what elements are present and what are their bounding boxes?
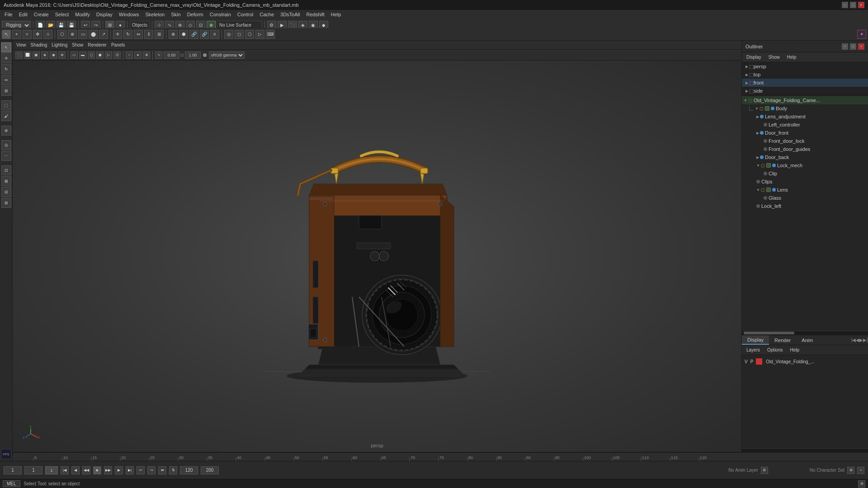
go-end-button[interactable]: ▶|: [126, 466, 134, 474]
vp-icon8[interactable]: ▬: [79, 52, 86, 59]
tree-lens-adj[interactable]: ▶ Lens_andjustment: [742, 113, 868, 121]
anim-btn[interactable]: ▷: [255, 30, 264, 39]
outliner-close[interactable]: ×: [858, 43, 864, 50]
region-select-btn[interactable]: ⬚: [1, 100, 11, 110]
tree-body[interactable]: ▼ ⬡ Body: [742, 104, 868, 113]
menu-skeleton[interactable]: Skeleton: [142, 11, 167, 18]
menu-select[interactable]: Select: [52, 11, 72, 18]
outliner-hscrollbar[interactable]: [742, 331, 868, 334]
anim-layer-settings[interactable]: ⚙: [761, 467, 768, 474]
vp-icon15[interactable]: ⊗: [143, 52, 150, 59]
frame-marker[interactable]: 1: [45, 466, 58, 474]
close-button[interactable]: ×: [858, 2, 864, 8]
scale-btn[interactable]: ⇔: [134, 30, 143, 39]
outliner-menu-help[interactable]: Help: [784, 54, 799, 61]
rig-btn[interactable]: 🔗: [189, 30, 198, 39]
node-btn[interactable]: ⬡: [245, 30, 254, 39]
mel-tab[interactable]: MEL: [3, 480, 20, 487]
menu-file[interactable]: File: [2, 11, 15, 18]
universal-btn[interactable]: ⊞: [155, 30, 164, 39]
soft-select[interactable]: ⬡: [57, 30, 66, 39]
vp-icon13[interactable]: ○: [126, 52, 133, 59]
menu-edit[interactable]: Edit: [16, 11, 30, 18]
renderer-menu[interactable]: Renderer: [86, 42, 108, 48]
restore-button[interactable]: □: [850, 2, 856, 8]
tree-lens[interactable]: ▼ ⬡ Lens: [742, 186, 868, 194]
vp-icon3[interactable]: ▣: [33, 52, 40, 59]
panel-nav-prev[interactable]: ◀: [856, 338, 859, 343]
outliner-restore[interactable]: □: [850, 43, 856, 50]
move-btn[interactable]: ✛: [113, 30, 122, 39]
vp-icon9[interactable]: ◻: [88, 52, 95, 59]
tree-front-door-lock[interactable]: Front_door_lock: [742, 137, 868, 145]
tab-anim[interactable]: Anim: [796, 335, 818, 345]
snap-grid2[interactable]: ⊗: [169, 30, 178, 39]
menu-control[interactable]: Control: [235, 11, 256, 18]
tab-display[interactable]: Display: [742, 335, 769, 345]
tree-door-front[interactable]: ▶ Door_front: [742, 129, 868, 137]
play-back-button[interactable]: ◀◀: [82, 466, 90, 474]
loop-btn4[interactable]: ⇅: [169, 466, 177, 474]
rig-tool3[interactable]: ⊟: [1, 187, 11, 197]
panels-menu[interactable]: Panels: [109, 42, 127, 48]
layer-row-1[interactable]: V P Old_Vintage_Folding_...: [744, 357, 866, 366]
shading-menu[interactable]: Shading: [29, 42, 49, 48]
deform-btn[interactable]: ≡: [210, 30, 219, 39]
vp-icon6[interactable]: ⊕: [58, 52, 66, 59]
menu-help[interactable]: Help: [328, 11, 344, 18]
menu-skin[interactable]: Skin: [168, 11, 183, 18]
options-tab[interactable]: Options: [765, 347, 784, 352]
rotate-mode-btn[interactable]: ↻: [1, 64, 11, 74]
keep-spacing-btn[interactable]: ⋯: [1, 151, 11, 161]
menu-deform[interactable]: Deform: [184, 11, 206, 18]
gamma-input1[interactable]: [164, 52, 179, 59]
tab-render[interactable]: Render: [769, 335, 796, 345]
status-icon1[interactable]: ⚙: [858, 480, 865, 488]
outliner-menu-show[interactable]: Show: [766, 54, 783, 61]
lasso-tool[interactable]: ⌖: [12, 30, 21, 39]
viewport-canvas[interactable]: persp X Y Z: [13, 61, 741, 452]
vp-icon5[interactable]: ◉: [50, 52, 57, 59]
menu-redshift[interactable]: Redshift: [303, 11, 327, 18]
rig-tool1[interactable]: ⊡: [1, 165, 11, 175]
arrow-tool[interactable]: ↗: [99, 30, 108, 39]
layers-hscrollbar[interactable]: [742, 448, 868, 452]
stop-button[interactable]: ■: [93, 466, 101, 474]
tree-lock-left[interactable]: Lock_left: [742, 202, 868, 210]
loop-btn2[interactable]: ↪: [147, 466, 156, 474]
panel-nav-last[interactable]: ▶|: [863, 338, 868, 343]
cam-top[interactable]: ▶ ⬚ top: [742, 70, 868, 79]
minimize-button[interactable]: −: [842, 2, 848, 8]
tree-lock-mech[interactable]: ▼ ⬡ Lock_mech: [742, 161, 868, 169]
menu-display[interactable]: Display: [94, 11, 115, 18]
panel-nav-next[interactable]: ▶: [859, 338, 863, 343]
move-tool[interactable]: ⊹: [43, 30, 52, 39]
uv-btn[interactable]: ◻: [235, 30, 244, 39]
menu-create[interactable]: Create: [31, 11, 52, 18]
tree-front-door-guides[interactable]: Front_door_guides: [742, 145, 868, 153]
tree-root[interactable]: ▼ ⬡ Old_Vintage_Folding_Came...: [742, 96, 868, 104]
cam-persp[interactable]: ▶ ⬚ persp: [742, 62, 868, 70]
paint-select[interactable]: ⬤: [89, 30, 98, 39]
loop-btn3[interactable]: ⇄: [158, 466, 166, 474]
show-manip-btn[interactable]: ⊕: [1, 126, 11, 136]
timeline-ruler[interactable]: 1 5 10 15 20 25 30 35 40: [0, 453, 868, 461]
paint-tool[interactable]: ⌗: [23, 30, 32, 39]
layer-color-swatch[interactable]: [756, 358, 762, 365]
vp-icon11[interactable]: ▷: [105, 52, 112, 59]
gamma-input2[interactable]: [185, 52, 201, 59]
menu-3dstoall[interactable]: 3DsToAll: [278, 11, 302, 18]
lighting-menu[interactable]: Lighting: [50, 42, 69, 48]
fx-btn[interactable]: ✦: [857, 30, 866, 39]
menu-constrain[interactable]: Constrain: [207, 11, 234, 18]
move-mode-btn[interactable]: ✛: [1, 53, 11, 63]
go-start-button[interactable]: |◀: [61, 466, 69, 474]
char-set-settings[interactable]: ⚙: [847, 467, 854, 474]
play-forward-button[interactable]: ▶▶: [104, 466, 112, 474]
vp-icon10[interactable]: ◼: [96, 52, 104, 59]
vp-icon1[interactable]: ⬛: [15, 52, 23, 59]
tree-glass[interactable]: Glass: [742, 194, 868, 202]
loop-btn1[interactable]: ↩: [137, 466, 145, 474]
rig-tool4[interactable]: ⊞: [1, 198, 11, 208]
vp-icon16[interactable]: ∿: [155, 52, 162, 59]
